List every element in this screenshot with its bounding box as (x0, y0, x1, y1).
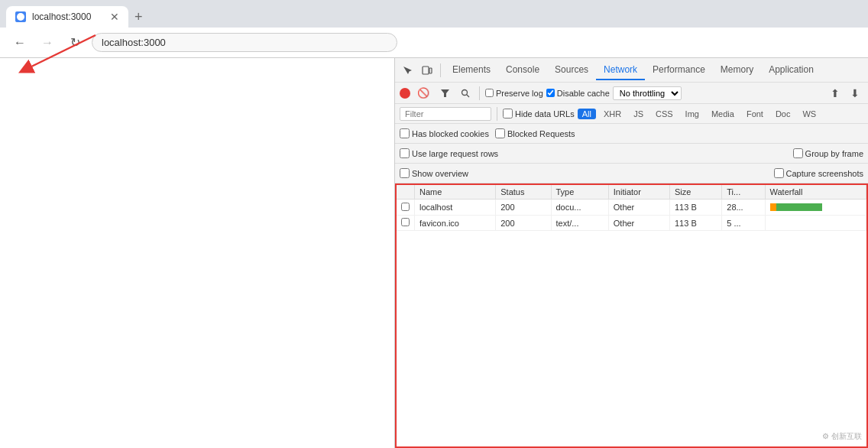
row-2-size: 113 B (670, 216, 722, 231)
svg-rect-4 (429, 68, 432, 73)
col-header-size[interactable]: Size (670, 185, 722, 200)
tab-network[interactable]: Network (596, 60, 645, 80)
tab-console[interactable]: Console (498, 60, 547, 80)
address-bar-input[interactable] (92, 33, 397, 52)
back-button[interactable]: ← (9, 32, 31, 54)
row-1-name: localhost (415, 200, 496, 216)
group-by-frame-checkbox[interactable] (793, 148, 803, 158)
has-blocked-cookies-checkbox[interactable] (400, 128, 410, 138)
reload-button[interactable]: ↻ (64, 32, 86, 54)
hide-data-urls-checkbox[interactable] (503, 109, 513, 118)
tab-favicon (15, 11, 26, 22)
table-row[interactable]: favicon.ico 200 text/... Other 113 B 5 .… (397, 216, 866, 231)
filter-tag-css[interactable]: CSS (651, 109, 678, 119)
tab-sources[interactable]: Sources (547, 60, 596, 80)
row-1-status: 200 (496, 200, 551, 216)
watermark: ⚙ 创新互联 (822, 431, 862, 442)
browser-tab[interactable]: localhost:3000 ✕ (6, 6, 128, 28)
filter-tag-doc[interactable]: Doc (771, 109, 795, 119)
filter-tag-font[interactable]: Font (742, 109, 768, 119)
show-overview-checkbox[interactable] (400, 168, 410, 178)
filter-tag-all[interactable]: All (578, 109, 596, 119)
filter-tag-ws[interactable]: WS (798, 109, 821, 119)
col-header-status[interactable]: Status (496, 185, 551, 200)
new-tab-button[interactable]: + (131, 7, 146, 27)
use-large-rows-checkbox[interactable] (400, 148, 410, 158)
options-bar-2: Use large request rows Group by frame (395, 144, 868, 164)
filter-tag-img[interactable]: Img (681, 109, 704, 119)
devtools-panel: Elements Console Sources Network Perform… (394, 58, 868, 448)
col-header-name[interactable]: Name (415, 185, 496, 200)
blocked-requests-option[interactable]: Blocked Requests (495, 128, 575, 138)
network-requests-table: Name Status Type Initiator Size Ti... Wa… (397, 185, 866, 231)
row-1-time: 28... (722, 200, 765, 216)
row-2-status: 200 (496, 216, 551, 231)
row-2-name: favicon.ico (415, 216, 496, 231)
tab-elements[interactable]: Elements (445, 60, 498, 80)
svg-rect-3 (423, 67, 429, 74)
waterfall-bar-orange (770, 203, 776, 211)
upload-icon-button[interactable]: ⬆ (827, 85, 844, 102)
row-2-initiator: Other (608, 216, 669, 231)
row-2-checkbox[interactable] (401, 218, 410, 226)
row-2-time: 5 ... (722, 216, 765, 231)
clear-button[interactable]: 🚫 (413, 85, 433, 101)
throttle-select[interactable]: No throttling (613, 86, 682, 100)
row-1-type: docu... (551, 200, 608, 216)
waterfall-bar-green (776, 203, 822, 211)
filter-bar: Hide data URLs All XHR JS CSS Img Media … (395, 104, 868, 124)
disable-cache-checkbox[interactable] (546, 89, 555, 97)
network-toolbar: 🚫 Preserve log Disable cache No thr (395, 83, 868, 104)
col-header-time[interactable]: Ti... (722, 185, 765, 200)
filter-button[interactable] (436, 86, 454, 100)
blocked-requests-checkbox[interactable] (495, 128, 505, 138)
filter-tag-xhr[interactable]: XHR (599, 109, 626, 119)
preserve-log-checkbox[interactable] (485, 89, 494, 97)
disable-cache-label[interactable]: Disable cache (546, 89, 610, 98)
row-2-waterfall (765, 216, 866, 231)
svg-marker-5 (441, 89, 449, 97)
hide-data-urls-label[interactable]: Hide data URLs (503, 109, 575, 118)
preserve-log-label[interactable]: Preserve log (485, 89, 543, 98)
has-blocked-cookies-option[interactable]: Has blocked cookies (400, 128, 489, 138)
download-icon-button[interactable]: ⬇ (847, 85, 863, 102)
options-bar-1: Has blocked cookies Blocked Requests (395, 124, 868, 144)
row-1-checkbox[interactable] (401, 203, 410, 211)
row-2-checkbox-cell (397, 216, 415, 231)
tab-performance[interactable]: Performance (645, 60, 713, 80)
cursor-icon-button[interactable] (398, 63, 416, 78)
group-by-frame-option[interactable]: Group by frame (793, 148, 863, 158)
toolbar-divider-2 (479, 86, 480, 100)
record-button[interactable] (400, 88, 410, 99)
filter-tag-media[interactable]: Media (707, 109, 739, 119)
col-header-waterfall[interactable]: Waterfall (765, 185, 866, 200)
filter-divider (497, 107, 497, 121)
tab-application[interactable]: Application (761, 60, 821, 80)
svg-point-6 (462, 89, 468, 95)
device-icon-button[interactable] (418, 63, 436, 78)
col-header-initiator[interactable]: Initiator (608, 185, 669, 200)
filter-input[interactable] (400, 107, 491, 121)
waterfall-bars-1 (770, 202, 861, 213)
devtools-tabs: Elements Console Sources Network Perform… (445, 60, 865, 80)
use-large-rows-option[interactable]: Use large request rows (400, 148, 498, 158)
row-2-type: text/... (551, 216, 608, 231)
table-row[interactable]: localhost 200 docu... Other 113 B 28... (397, 200, 866, 216)
filter-tag-js[interactable]: JS (629, 109, 648, 119)
forward-button: → (37, 32, 58, 54)
show-overview-option[interactable]: Show overview (400, 168, 468, 178)
row-1-size: 113 B (670, 200, 722, 216)
page-content (0, 58, 394, 448)
tab-close-button[interactable]: ✕ (110, 11, 119, 22)
row-1-initiator: Other (608, 200, 669, 216)
svg-point-0 (17, 13, 24, 21)
capture-screenshots-option[interactable]: Capture screenshots (774, 168, 864, 178)
capture-screenshots-checkbox[interactable] (774, 168, 784, 178)
options-bar-3: Show overview Capture screenshots (395, 164, 868, 183)
svg-line-7 (467, 94, 470, 97)
col-header-type[interactable]: Type (551, 185, 608, 200)
tab-memory[interactable]: Memory (713, 60, 761, 80)
search-button[interactable] (457, 86, 474, 100)
row-checkbox-cell (397, 200, 415, 216)
row-1-waterfall (765, 200, 866, 216)
